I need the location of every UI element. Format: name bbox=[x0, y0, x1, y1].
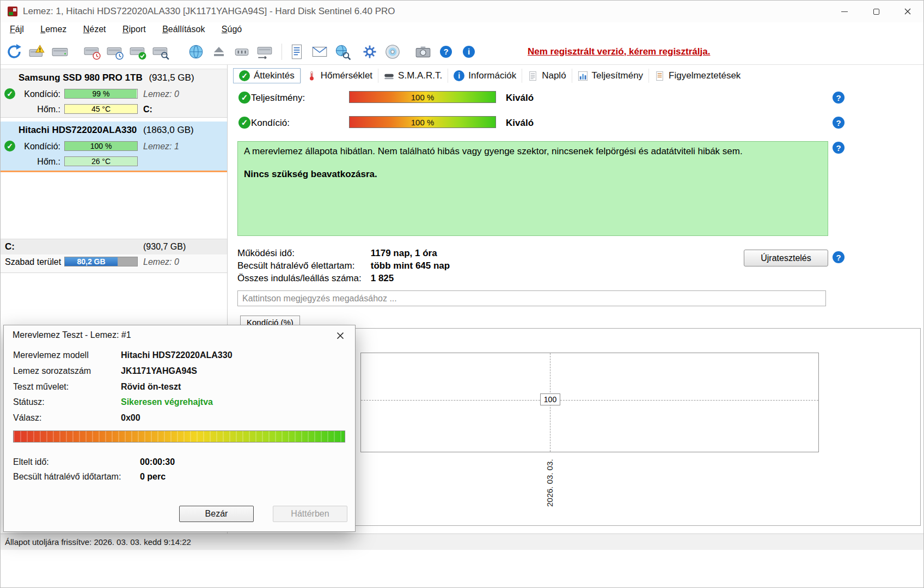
refresh-button[interactable] bbox=[4, 41, 25, 62]
disk-search-icon bbox=[152, 43, 170, 60]
status-ok-icon: ✓ bbox=[238, 92, 250, 104]
statusbar: Állapot utoljára frissítve: 2026. 03. 03… bbox=[1, 534, 923, 550]
external-disk-button[interactable] bbox=[254, 41, 275, 62]
connector-button[interactable] bbox=[231, 41, 252, 62]
menu-riport[interactable]: Riport bbox=[115, 22, 153, 37]
close-test-button[interactable]: Bezár bbox=[179, 506, 254, 522]
disk-warning-button[interactable] bbox=[27, 41, 47, 62]
smart-icon bbox=[384, 71, 394, 81]
partition-size: (930,7 GB) bbox=[143, 242, 186, 252]
condition-value: 100 % bbox=[411, 118, 435, 127]
temperature-label: Hőm.: bbox=[1, 157, 60, 167]
disk-item-samsung[interactable]: Samsung SSD 980 PRO 1TB (931,5 GB) ✓ Kon… bbox=[1, 69, 227, 118]
email-button[interactable] bbox=[309, 41, 330, 62]
disk-short-test-button[interactable] bbox=[82, 41, 103, 62]
tab-informaciok[interactable]: i Információk bbox=[448, 69, 522, 83]
settings-button[interactable] bbox=[359, 41, 380, 62]
camera-icon bbox=[414, 43, 432, 60]
window-controls bbox=[829, 1, 923, 22]
disk-name: Hitachi HDS722020ALA330 bbox=[19, 125, 137, 135]
tab-teljesitmeny[interactable]: Teljesítmény bbox=[572, 69, 648, 83]
tab-label: Információk bbox=[468, 70, 516, 81]
warnings-icon bbox=[654, 71, 665, 81]
status-label: Státusz: bbox=[13, 397, 45, 407]
elapsed-value: 00:00:30 bbox=[140, 457, 175, 467]
menu-lemez[interactable]: Lemez bbox=[33, 22, 74, 37]
disk-button[interactable] bbox=[50, 41, 70, 62]
health-status-text: A merevlemez állapota hibátlan. Nem talá… bbox=[244, 146, 822, 157]
condition-value: 99 % bbox=[65, 89, 137, 98]
disk-index-label: Lemez: 0 bbox=[143, 257, 179, 267]
eject-icon bbox=[211, 44, 227, 60]
performance-bar: 100 % bbox=[349, 91, 496, 103]
operation-value: Rövid ön-teszt bbox=[121, 382, 181, 392]
disk-clock-blue-icon bbox=[107, 43, 124, 60]
app-window: Lemez: 1, Hitachi HDS722020ALA330 [JK117… bbox=[0, 0, 924, 588]
chart-point-label: 100 bbox=[540, 393, 560, 405]
tab-attekintes[interactable]: ✓ Áttekintés bbox=[233, 68, 301, 83]
maximize-button[interactable] bbox=[860, 1, 892, 22]
help-condition-button[interactable]: ? bbox=[833, 117, 845, 129]
screenshot-button[interactable] bbox=[413, 41, 433, 62]
tab-homerseklet[interactable]: Hőmérséklet bbox=[301, 69, 378, 83]
disk-index-label: Lemez: 1 bbox=[143, 142, 179, 151]
titlebar: Lemez: 1, Hitachi HDS722020ALA330 [JK117… bbox=[1, 1, 923, 22]
condition-label: Kondíció: bbox=[1, 89, 60, 99]
menu-fajl[interactable]: Fájl bbox=[3, 22, 31, 37]
background-button[interactable]: Háttérben bbox=[273, 506, 347, 522]
network-disk-button[interactable] bbox=[186, 41, 206, 62]
disk-item-hitachi[interactable]: Hitachi HDS722020ALA330 (1863,0 GB) ✓ Ko… bbox=[1, 122, 227, 172]
help-button[interactable]: ? bbox=[436, 41, 456, 62]
power-on-value: 1179 nap, 1 óra bbox=[371, 248, 437, 258]
menu-sugo[interactable]: Súgó bbox=[215, 22, 249, 37]
minimize-button[interactable] bbox=[829, 1, 860, 22]
partition-item-c[interactable]: C: (930,7 GB) Szabad terület 80,2 GB Lem… bbox=[1, 239, 227, 273]
report-button[interactable] bbox=[286, 41, 307, 62]
disk-extended-test-button[interactable] bbox=[105, 41, 126, 62]
tab-label: S.M.A.R.T. bbox=[398, 70, 442, 81]
help-performance-button[interactable]: ? bbox=[833, 92, 845, 104]
last-updated-text: Állapot utoljára frissítve: 2026. 03. 03… bbox=[5, 537, 191, 547]
disk-header: Hitachi HDS722020ALA330 (1863,0 GB) bbox=[1, 122, 227, 139]
toolbar-separator bbox=[282, 44, 282, 60]
power-on-row: Működési idő: 1179 nap, 1 óra bbox=[237, 248, 437, 259]
info-button[interactable]: i bbox=[458, 41, 479, 62]
condition-row: ✓ Kondíció: 100 % Lemez: 1 bbox=[1, 139, 227, 154]
comment-input[interactable] bbox=[237, 290, 826, 306]
register-notice[interactable]: Nem regisztrált verzió, kérem regisztrál… bbox=[528, 46, 710, 57]
tab-figyelmeztetesek[interactable]: Figyelmeztetések bbox=[648, 69, 746, 83]
condition-bar: 100 % bbox=[64, 141, 138, 151]
menu-nezet[interactable]: Nézet bbox=[76, 22, 113, 37]
chart-gridline-horizontal bbox=[361, 400, 818, 401]
dialog-close-button[interactable] bbox=[331, 329, 350, 343]
eject-button[interactable] bbox=[209, 41, 229, 62]
globe-icon bbox=[187, 43, 205, 60]
health-status-box: A merevlemez állapota hibátlan. Nem talá… bbox=[237, 141, 828, 236]
start-stop-value: 1 825 bbox=[371, 273, 394, 283]
temperature-label: Hőm.: bbox=[1, 105, 60, 114]
globe-search-icon bbox=[334, 43, 351, 60]
drive-letter: C: bbox=[143, 105, 152, 114]
temperature-bar: 26 °C bbox=[64, 156, 138, 166]
disc-button[interactable] bbox=[382, 41, 403, 62]
condition-value: 100 % bbox=[65, 142, 137, 150]
online-check-button[interactable] bbox=[332, 41, 353, 62]
disc-icon bbox=[384, 43, 401, 60]
disk-ok-button[interactable] bbox=[128, 41, 149, 62]
retest-button[interactable]: Újratesztelés bbox=[744, 250, 828, 266]
menu-beallitasok[interactable]: Beállítások bbox=[155, 22, 212, 37]
start-stop-row: Összes indulás/leállás száma: 1 825 bbox=[237, 273, 394, 284]
condition-bar: 99 % bbox=[64, 89, 138, 99]
performance-row: ✓ Teljesítmény: 100 % Kiváló ? bbox=[232, 90, 924, 107]
disk-analyze-button[interactable] bbox=[151, 41, 172, 62]
help-status-button[interactable]: ? bbox=[833, 142, 845, 154]
power-on-label: Működési idő: bbox=[237, 248, 368, 259]
close-window-button[interactable] bbox=[892, 1, 923, 22]
tab-smart[interactable]: S.M.A.R.T. bbox=[378, 69, 448, 83]
free-space-bar: 80,2 GB bbox=[64, 257, 138, 266]
free-space-rest bbox=[118, 257, 137, 266]
help-retest-button[interactable]: ? bbox=[833, 251, 845, 263]
chart-x-axis-date: 2026. 03. 03. bbox=[545, 459, 554, 507]
tab-naplo[interactable]: Napló bbox=[522, 69, 571, 83]
health-status-action: Nincs szükség beavatkozásra. bbox=[244, 169, 822, 180]
